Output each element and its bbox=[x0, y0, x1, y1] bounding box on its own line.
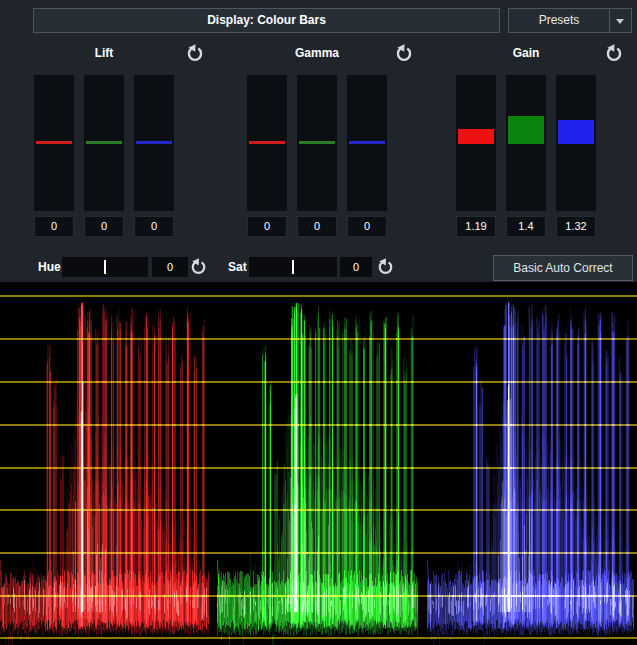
presets-label: Presets bbox=[509, 9, 609, 32]
hue-value[interactable]: 0 bbox=[152, 257, 188, 277]
gamma-reset-icon[interactable] bbox=[395, 44, 413, 62]
sat-value[interactable]: 0 bbox=[340, 257, 372, 277]
gain-blue-value[interactable]: 1.32 bbox=[556, 216, 596, 237]
gamma-title: Gamma bbox=[247, 46, 387, 60]
gain-green-slider[interactable] bbox=[506, 75, 546, 211]
lift-title: Lift bbox=[34, 46, 174, 60]
gamma-blue-value[interactable]: 0 bbox=[347, 216, 387, 237]
gain-green-indicator bbox=[508, 116, 544, 144]
gain-red-slider[interactable] bbox=[456, 75, 496, 211]
gain-title: Gain bbox=[456, 46, 596, 60]
sat-slider-handle bbox=[292, 260, 294, 274]
chevron-down-icon[interactable] bbox=[616, 19, 624, 24]
gain-reset-icon[interactable] bbox=[605, 44, 623, 62]
gamma-blue-indicator bbox=[349, 141, 385, 144]
gain-blue-indicator bbox=[558, 120, 594, 144]
gain-green-value[interactable]: 1.4 bbox=[506, 216, 546, 237]
lift-green-indicator bbox=[86, 141, 122, 144]
gamma-green-value[interactable]: 0 bbox=[297, 216, 337, 237]
display-selector-button[interactable]: Display: Colour Bars bbox=[33, 8, 500, 33]
hue-reset-icon[interactable] bbox=[190, 258, 207, 275]
gamma-green-indicator bbox=[299, 141, 335, 144]
colour-correction-panel: Display: Colour Bars Presets Lift 0 0 0 … bbox=[0, 0, 637, 645]
lift-red-slider[interactable] bbox=[34, 75, 74, 211]
sat-label: Sat bbox=[228, 257, 250, 277]
hue-slider[interactable] bbox=[62, 257, 148, 277]
controls-panel: Display: Colour Bars Presets Lift 0 0 0 … bbox=[0, 0, 637, 282]
lift-blue-value[interactable]: 0 bbox=[134, 216, 174, 237]
lift-red-value[interactable]: 0 bbox=[34, 216, 74, 237]
gain-red-value[interactable]: 1.19 bbox=[456, 216, 496, 237]
lift-blue-slider[interactable] bbox=[134, 75, 174, 211]
gamma-blue-slider[interactable] bbox=[347, 75, 387, 211]
gamma-red-slider[interactable] bbox=[247, 75, 287, 211]
gain-red-indicator bbox=[458, 129, 494, 144]
rgb-parade-waveform-display bbox=[0, 282, 637, 645]
gain-blue-slider[interactable] bbox=[556, 75, 596, 211]
gamma-red-indicator bbox=[249, 141, 285, 144]
hue-label: Hue bbox=[38, 257, 60, 277]
lift-green-value[interactable]: 0 bbox=[84, 216, 124, 237]
gamma-red-value[interactable]: 0 bbox=[247, 216, 287, 237]
presets-button[interactable]: Presets bbox=[508, 8, 632, 33]
sat-reset-icon[interactable] bbox=[377, 258, 394, 275]
lift-blue-indicator bbox=[136, 141, 172, 144]
lift-red-indicator bbox=[36, 141, 72, 144]
sat-slider[interactable] bbox=[249, 257, 337, 277]
lift-green-slider[interactable] bbox=[84, 75, 124, 211]
presets-divider bbox=[609, 9, 610, 32]
gamma-green-slider[interactable] bbox=[297, 75, 337, 211]
hue-slider-handle bbox=[104, 260, 106, 274]
lift-reset-icon[interactable] bbox=[186, 44, 204, 62]
basic-auto-correct-button[interactable]: Basic Auto Correct bbox=[493, 255, 633, 281]
